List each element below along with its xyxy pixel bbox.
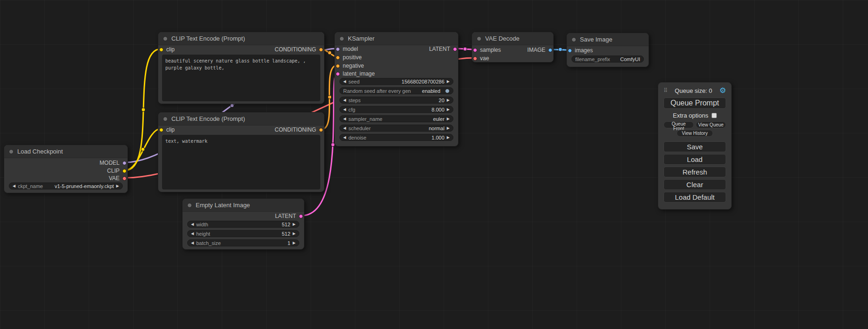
- seed-widget[interactable]: ◀ seed 156680208700286 ▶: [339, 78, 453, 85]
- collapse-dot-icon[interactable]: [163, 36, 168, 41]
- input-slot-images[interactable]: images: [568, 47, 593, 54]
- node-vae-decode[interactable]: VAE Decode samples vae IMAGE: [472, 32, 554, 63]
- view-history-button[interactable]: View History: [677, 130, 713, 137]
- output-slot-latent[interactable]: LATENT: [429, 46, 457, 52]
- clip-slot-dot[interactable]: [122, 169, 127, 173]
- scheduler-widget[interactable]: ◀ scheduler normal ▶: [339, 125, 453, 132]
- arrow-right-icon[interactable]: ▶: [293, 241, 296, 245]
- drag-handle-icon[interactable]: ⠿: [663, 87, 668, 94]
- latent-slot-dot[interactable]: [299, 214, 303, 218]
- node-header[interactable]: Load Checkpoint: [4, 145, 127, 158]
- node-header[interactable]: CLIP Text Encode (Prompt): [158, 112, 324, 126]
- collapse-dot-icon[interactable]: [339, 36, 344, 41]
- arrow-right-icon[interactable]: ▶: [293, 223, 296, 226]
- node-empty-latent-image[interactable]: Empty Latent Image LATENT ◀ width 512 ▶ …: [182, 198, 304, 250]
- arrow-left-icon[interactable]: ◀: [343, 98, 346, 102]
- arrow-right-icon[interactable]: ▶: [447, 108, 450, 112]
- input-slot-negative[interactable]: negative: [336, 63, 364, 69]
- sampler-name-widget[interactable]: ◀ sampler_name euler ▶: [339, 115, 453, 122]
- node-header[interactable]: Save Image: [567, 33, 649, 46]
- image-slot-dot[interactable]: [548, 48, 552, 52]
- output-slot-conditioning[interactable]: CONDITIONING: [275, 46, 323, 53]
- width-widget[interactable]: ◀ width 512 ▶: [187, 221, 299, 228]
- collapse-dot-icon[interactable]: [572, 37, 576, 42]
- latent-slot-dot[interactable]: [453, 47, 457, 51]
- arrow-right-icon[interactable]: ▶: [447, 117, 450, 121]
- conditioning-slot-dot[interactable]: [319, 128, 323, 132]
- extra-options-checkbox[interactable]: [712, 113, 717, 118]
- queue-front-button[interactable]: Queue Front: [663, 121, 694, 128]
- comfy-menu-panel[interactable]: ⠿ Queue size: 0 ⚙ Queue Prompt Extra opt…: [658, 82, 732, 210]
- model-slot-dot[interactable]: [122, 161, 127, 165]
- prompt-text-input[interactable]: text, watermark: [162, 135, 320, 189]
- input-slot-model[interactable]: model: [336, 46, 358, 52]
- input-slot-clip[interactable]: clip: [159, 126, 175, 133]
- queue-prompt-button[interactable]: Queue Prompt: [663, 98, 726, 109]
- conditioning-slot-dot[interactable]: [319, 48, 323, 52]
- model-slot-dot[interactable]: [336, 47, 340, 51]
- output-slot-clip[interactable]: CLIP: [107, 168, 127, 174]
- node-header[interactable]: KSampler: [335, 32, 458, 45]
- gear-icon[interactable]: ⚙: [720, 87, 726, 94]
- node-header[interactable]: VAE Decode: [472, 32, 553, 45]
- arrow-left-icon[interactable]: ◀: [343, 126, 346, 130]
- height-widget[interactable]: ◀ height 512 ▶: [187, 230, 299, 237]
- arrow-right-icon[interactable]: ▶: [116, 184, 119, 188]
- filename-prefix-widget[interactable]: filename_prefix ComfyUI: [572, 56, 644, 63]
- random-seed-toggle-widget[interactable]: Random seed after every gen enabled: [339, 87, 453, 94]
- node-header[interactable]: Empty Latent Image: [183, 199, 304, 212]
- input-slot-samples[interactable]: samples: [473, 47, 501, 53]
- arrow-left-icon[interactable]: ◀: [13, 184, 15, 188]
- refresh-button[interactable]: Refresh: [663, 167, 726, 177]
- vae-slot-dot[interactable]: [122, 176, 127, 181]
- ckpt-name-widget[interactable]: ◀ ckpt_name v1-5-pruned-emaonly.ckpt ▶: [9, 182, 123, 189]
- input-slot-clip[interactable]: clip: [159, 46, 175, 53]
- arrow-left-icon[interactable]: ◀: [343, 80, 346, 84]
- collapse-dot-icon[interactable]: [9, 149, 14, 154]
- node-ksampler[interactable]: KSampler model positive negative latent_…: [334, 32, 459, 147]
- arrow-right-icon[interactable]: ▶: [447, 80, 450, 84]
- steps-widget[interactable]: ◀ steps 20 ▶: [339, 97, 453, 104]
- conditioning-slot-dot[interactable]: [336, 56, 340, 60]
- clear-button[interactable]: Clear: [663, 179, 726, 190]
- output-slot-vae[interactable]: VAE: [109, 175, 127, 182]
- node-graph-canvas[interactable]: Load Checkpoint MODEL CLIP VAE ◀ ckpt_na…: [0, 0, 868, 329]
- input-slot-vae[interactable]: vae: [473, 55, 489, 62]
- arrow-left-icon[interactable]: ◀: [191, 223, 194, 226]
- arrow-right-icon[interactable]: ▶: [447, 98, 450, 102]
- output-slot-model[interactable]: MODEL: [99, 160, 127, 166]
- output-slot-conditioning[interactable]: CONDITIONING: [275, 126, 323, 133]
- conditioning-slot-dot[interactable]: [336, 64, 340, 68]
- node-save-image[interactable]: Save Image images filename_prefix ComfyU…: [566, 33, 649, 67]
- load-button[interactable]: Load: [663, 154, 726, 165]
- toggle-dot-icon[interactable]: [445, 89, 450, 93]
- output-slot-image[interactable]: IMAGE: [527, 47, 552, 53]
- arrow-left-icon[interactable]: ◀: [191, 241, 194, 245]
- denoise-widget[interactable]: ◀ denoise 1.000 ▶: [339, 134, 453, 141]
- latent-slot-dot[interactable]: [473, 48, 477, 52]
- view-queue-button[interactable]: View Queue: [696, 121, 726, 128]
- batch-size-widget[interactable]: ◀ batch_size 1 ▶: [187, 239, 299, 246]
- arrow-left-icon[interactable]: ◀: [343, 117, 346, 121]
- collapse-dot-icon[interactable]: [163, 117, 168, 121]
- node-load-checkpoint[interactable]: Load Checkpoint MODEL CLIP VAE ◀ ckpt_na…: [4, 145, 128, 193]
- output-slot-latent[interactable]: LATENT: [275, 213, 303, 219]
- arrow-left-icon[interactable]: ◀: [343, 108, 346, 112]
- latent-slot-dot[interactable]: [336, 72, 340, 76]
- cfg-widget[interactable]: ◀ cfg 8.000 ▶: [339, 106, 453, 113]
- image-slot-dot[interactable]: [568, 49, 572, 53]
- prompt-text-input[interactable]: beautiful scenery nature glass bottle la…: [162, 55, 320, 101]
- input-slot-latent-image[interactable]: latent_image: [336, 70, 375, 77]
- arrow-right-icon[interactable]: ▶: [447, 136, 450, 140]
- collapse-dot-icon[interactable]: [187, 203, 192, 208]
- arrow-right-icon[interactable]: ▶: [293, 232, 296, 236]
- load-default-button[interactable]: Load Default: [663, 192, 726, 203]
- save-button[interactable]: Save: [663, 141, 726, 152]
- arrow-right-icon[interactable]: ▶: [447, 126, 450, 130]
- clip-slot-dot[interactable]: [159, 128, 163, 132]
- arrow-left-icon[interactable]: ◀: [191, 232, 194, 236]
- vae-slot-dot[interactable]: [473, 56, 477, 61]
- collapse-dot-icon[interactable]: [477, 36, 481, 41]
- node-clip-text-encode-negative[interactable]: CLIP Text Encode (Prompt) clip CONDITION…: [158, 112, 325, 192]
- node-header[interactable]: CLIP Text Encode (Prompt): [158, 32, 324, 45]
